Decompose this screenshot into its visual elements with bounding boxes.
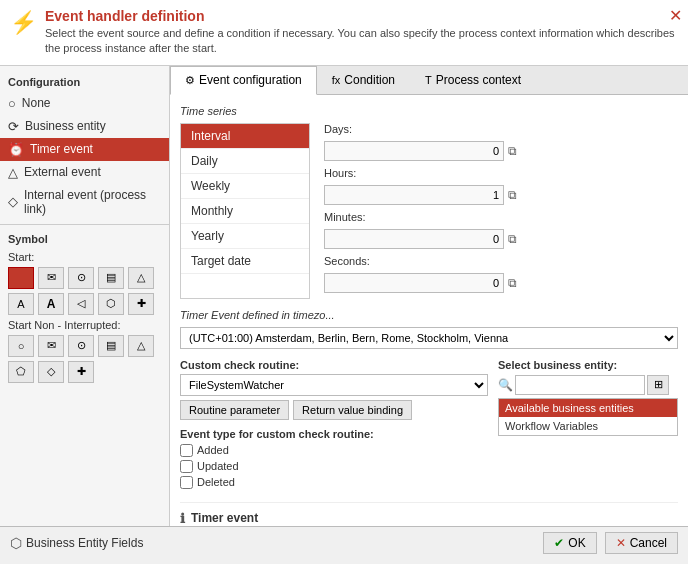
- days-spin-icon[interactable]: ⧉: [508, 144, 517, 158]
- be-list-item-available[interactable]: Available business entities: [499, 399, 677, 417]
- days-input[interactable]: [324, 141, 504, 161]
- ni-icon-triangle[interactable]: △: [128, 335, 154, 357]
- hours-input[interactable]: [324, 185, 504, 205]
- tab-condition[interactable]: fx Condition: [317, 66, 410, 94]
- checkbox-deleted-input[interactable]: [180, 476, 193, 489]
- minutes-input[interactable]: [324, 229, 504, 249]
- start-icon-triangle[interactable]: △: [128, 267, 154, 289]
- ts-item-daily[interactable]: Daily: [181, 149, 309, 174]
- routine-parameter-button[interactable]: Routine parameter: [180, 400, 289, 420]
- event-type-label: Event type for custom check routine:: [180, 428, 488, 440]
- start-icon-back[interactable]: ◁: [68, 293, 94, 315]
- cancel-button[interactable]: ✕ Cancel: [605, 532, 678, 554]
- ok-label: OK: [568, 536, 585, 550]
- sidebar-item-business-entity[interactable]: ⟳ Business entity: [0, 115, 169, 138]
- time-series-row: Interval Daily Weekly Monthly Yearly Tar…: [180, 123, 678, 299]
- checkbox-deleted: Deleted: [180, 476, 488, 489]
- ts-item-yearly[interactable]: Yearly: [181, 224, 309, 249]
- tab-process-context[interactable]: T Process context: [410, 66, 536, 94]
- hours-label: Hours:: [324, 167, 389, 179]
- timeseries-list: Interval Daily Weekly Monthly Yearly Tar…: [180, 123, 310, 299]
- business-entity-fields-button[interactable]: ⬡ Business Entity Fields: [10, 535, 143, 551]
- ni-icon-doc[interactable]: ▤: [98, 335, 124, 357]
- start-icon-a2[interactable]: A: [38, 293, 64, 315]
- days-input-row: ⧉: [324, 141, 678, 161]
- sidebar-item-none[interactable]: ○ None: [0, 92, 169, 115]
- header-text-block: Event handler definition Select the even…: [45, 8, 678, 57]
- checkbox-deleted-label: Deleted: [197, 476, 235, 488]
- ni-icon-plus2[interactable]: ✚: [68, 361, 94, 383]
- start-icon-red[interactable]: [8, 267, 34, 289]
- start-icon-plus[interactable]: ✚: [128, 293, 154, 315]
- ni-icon-pentagon[interactable]: ⬠: [8, 361, 34, 383]
- timeseries-fields: Days: ⧉ Hours: ⧉ Minutes:: [310, 123, 678, 299]
- timezone-select[interactable]: (UTC+01:00) Amsterdam, Berlin, Bern, Rom…: [180, 327, 678, 349]
- start-icon-doc[interactable]: ▤: [98, 267, 124, 289]
- custom-check-group: Custom check routine: FileSystemWatcher …: [180, 359, 488, 420]
- two-col-section: Custom check routine: FileSystemWatcher …: [180, 359, 678, 492]
- hours-spin-icon[interactable]: ⧉: [508, 188, 517, 202]
- info-icon: ℹ: [180, 511, 185, 526]
- condition-icon: fx: [332, 74, 341, 86]
- be-fields-label: Business Entity Fields: [26, 536, 143, 550]
- timer-event-icon: ⏰: [8, 142, 24, 157]
- start-icon-hexagon[interactable]: ⬡: [98, 293, 124, 315]
- be-list-item-workflow[interactable]: Workflow Variables: [499, 417, 677, 435]
- sidebar-item-internal-event[interactable]: ◇ Internal event (process link): [0, 184, 169, 220]
- ni-icon-circle[interactable]: ○: [8, 335, 34, 357]
- tab-event-configuration-label: Event configuration: [199, 73, 302, 87]
- dialog-title: Event handler definition: [45, 8, 678, 24]
- start-icon-clock[interactable]: ⊙: [68, 267, 94, 289]
- timeseries-label: Time series: [180, 105, 678, 117]
- sidebar-item-none-label: None: [22, 96, 51, 110]
- ts-item-target-date[interactable]: Target date: [181, 249, 309, 274]
- ts-item-weekly[interactable]: Weekly: [181, 174, 309, 199]
- start-icon-grid: ✉ ⊙ ▤ △: [0, 265, 169, 291]
- ni-icon-clock[interactable]: ⊙: [68, 335, 94, 357]
- start-icon-envelope[interactable]: ✉: [38, 267, 64, 289]
- ok-button[interactable]: ✔ OK: [543, 532, 596, 554]
- checkbox-updated-input[interactable]: [180, 460, 193, 473]
- days-label: Days:: [324, 123, 389, 135]
- sidebar-divider: [0, 224, 169, 225]
- start-icon-a1[interactable]: A: [8, 293, 34, 315]
- be-qr-button[interactable]: ⊞: [647, 375, 669, 395]
- non-interrupted-grid1: ○ ✉ ⊙ ▤ △: [0, 333, 169, 359]
- left-col: Custom check routine: FileSystemWatcher …: [180, 359, 488, 492]
- minutes-label: Minutes:: [324, 211, 389, 223]
- custom-check-btns: Routine parameter Return value binding: [180, 400, 488, 420]
- sidebar: Configuration ○ None ⟳ Business entity ⏰…: [0, 66, 170, 526]
- ni-icon-envelope[interactable]: ✉: [38, 335, 64, 357]
- tab-content-event-config: Time series Interval Daily Weekly Monthl…: [170, 95, 688, 526]
- sidebar-item-external-event[interactable]: △ External event: [0, 161, 169, 184]
- ts-item-interval[interactable]: Interval: [181, 124, 309, 149]
- info-title: Timer event: [191, 511, 258, 525]
- start-non-interrupted-label: Start Non - Interrupted:: [0, 317, 169, 333]
- ni-icon-diamond[interactable]: ◇: [38, 361, 64, 383]
- minutes-spin-icon[interactable]: ⧉: [508, 232, 517, 246]
- footer-action-buttons: ✔ OK ✕ Cancel: [543, 532, 678, 554]
- search-icon: 🔍: [498, 378, 513, 392]
- minutes-row: Minutes:: [324, 211, 678, 223]
- non-interrupted-grid2: ⬠ ◇ ✚: [0, 359, 169, 385]
- checkbox-added-label: Added: [197, 444, 229, 456]
- tab-event-configuration[interactable]: ⚙ Event configuration: [170, 66, 317, 95]
- be-label: Select business entity:: [498, 359, 678, 371]
- seconds-input[interactable]: [324, 273, 504, 293]
- return-value-binding-button[interactable]: Return value binding: [293, 400, 412, 420]
- be-search-input[interactable]: [515, 375, 645, 395]
- external-event-icon: △: [8, 165, 18, 180]
- info-section: ℹ Timer event Timer events will trigger …: [180, 502, 678, 526]
- hours-row: Hours:: [324, 167, 678, 179]
- custom-check-select[interactable]: FileSystemWatcher: [180, 374, 488, 396]
- seconds-spin-icon[interactable]: ⧉: [508, 276, 517, 290]
- be-list: Available business entities Workflow Var…: [498, 398, 678, 436]
- checkbox-added-input[interactable]: [180, 444, 193, 457]
- footer: ⬡ Business Entity Fields ✔ OK ✕ Cancel: [0, 526, 688, 560]
- close-button[interactable]: ✕: [669, 6, 682, 25]
- ts-item-monthly[interactable]: Monthly: [181, 199, 309, 224]
- cancel-icon: ✕: [616, 536, 626, 550]
- checkbox-updated-label: Updated: [197, 460, 239, 472]
- start-icon-grid2: A A ◁ ⬡ ✚: [0, 291, 169, 317]
- sidebar-item-timer-event[interactable]: ⏰ Timer event: [0, 138, 169, 161]
